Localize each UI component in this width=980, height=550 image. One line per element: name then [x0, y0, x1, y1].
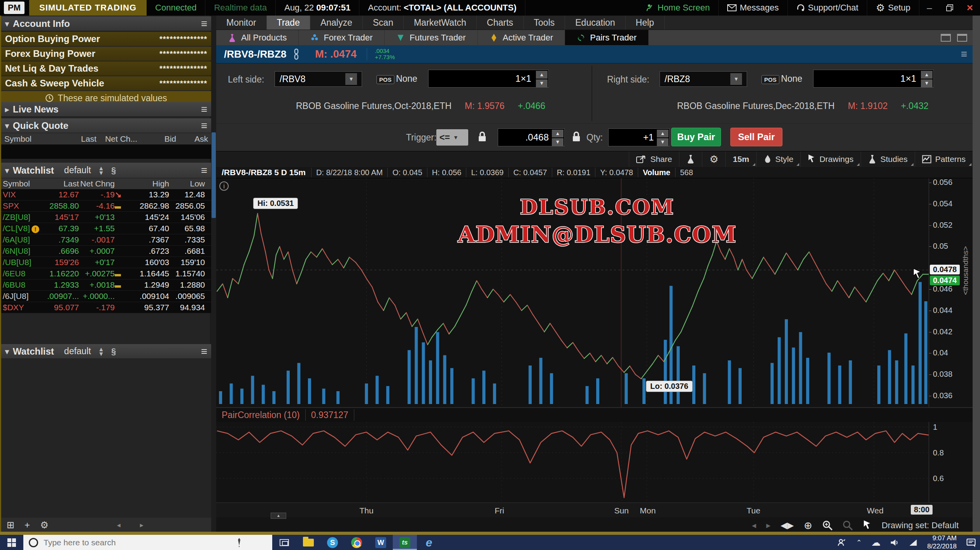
- time-axis[interactable]: 8:00 ThuFriSunMonTueWed: [216, 503, 973, 517]
- lock-icon[interactable]: [572, 131, 581, 144]
- expand-caret-icon[interactable]: ▸: [5, 105, 9, 114]
- panel-maximize-icon[interactable]: [957, 34, 967, 42]
- watchlist-row[interactable]: /6EU81.16220+.002751.164451.15740: [1, 268, 211, 279]
- patterns-button[interactable]: Patterns: [915, 151, 973, 167]
- quick-quote-header[interactable]: ▾ Quick Quote ≡: [1, 118, 211, 133]
- lock-icon[interactable]: [478, 131, 487, 144]
- pen-icon[interactable]: [236, 538, 243, 547]
- trigger-value-input[interactable]: .0468 ▲▼: [498, 128, 565, 146]
- sidebar-scrollbar[interactable]: [211, 16, 216, 533]
- panel-menu-icon[interactable]: ≡: [201, 120, 207, 131]
- quick-quote-column-1[interactable]: Last: [61, 134, 98, 144]
- drawing-set-dropdown[interactable]: Drawing set: Default: [882, 520, 959, 531]
- thinkorswim-taskbar-button[interactable]: ts: [393, 535, 417, 550]
- panel-menu-icon[interactable]: ≡: [201, 165, 207, 176]
- watchlist-column-High[interactable]: High: [130, 179, 169, 188]
- style-button[interactable]: Style: [756, 151, 801, 167]
- collapse-caret-icon[interactable]: ▾: [5, 347, 9, 356]
- watchlist-row[interactable]: /6J[U8].00907...+.0000....009104.009065: [1, 291, 211, 302]
- watchlist-header[interactable]: ▾ Watchlist default ▴▾ § ≡: [1, 163, 211, 178]
- pan-left-icon[interactable]: ◂: [752, 520, 756, 531]
- sidebar-scrollbar-thumb[interactable]: [212, 132, 216, 218]
- expand-horizontal-icon[interactable]: ◀▶: [780, 520, 794, 531]
- tray-expand-icon[interactable]: ⌃: [856, 538, 862, 547]
- watchlist-row[interactable]: /UB[U8]159'26+0'17160'03159'10: [1, 257, 211, 268]
- gear-icon[interactable]: ⚙: [40, 520, 49, 531]
- account-info-header[interactable]: ▾ Account Info ≡: [1, 16, 211, 31]
- right-symbol-select[interactable]: /RBZ8 ▾: [660, 71, 747, 87]
- correlation-study-label[interactable]: PairCorrelation (10): [216, 409, 306, 421]
- quick-quote-empty-row[interactable]: [1, 145, 211, 159]
- qty-input[interactable]: +1 ▲▼: [608, 128, 670, 146]
- zoom-in-icon[interactable]: [822, 520, 833, 531]
- collapse-caret-icon[interactable]: ▾: [5, 121, 9, 130]
- spinner-down-icon[interactable]: ▼: [552, 138, 564, 146]
- spinner-up-icon[interactable]: ▲: [657, 130, 668, 137]
- word-button[interactable]: W: [369, 535, 393, 550]
- spinner-down-icon[interactable]: ▼: [536, 79, 548, 87]
- data-status[interactable]: Realtime data: [205, 0, 276, 16]
- people-icon[interactable]: [837, 538, 847, 547]
- layout-grid-icon[interactable]: [941, 34, 951, 42]
- right-ratio-input[interactable]: 1×1 ▲▼: [813, 70, 934, 88]
- left-symbol-select[interactable]: /RBV8 ▾: [275, 71, 362, 87]
- taskbar-search[interactable]: [23, 535, 272, 550]
- watchlist-row[interactable]: /6N[U8].6696+.0007.6723.6681: [1, 246, 211, 257]
- spinner-up-icon[interactable]: ▲: [536, 71, 548, 79]
- start-button[interactable]: [0, 535, 23, 550]
- subtab-pairs-trader[interactable]: Pairs Trader: [565, 30, 649, 45]
- quick-quote-column-4[interactable]: Ask: [178, 134, 210, 144]
- subtab-active-trader[interactable]: Active Trader: [478, 30, 565, 45]
- menu-item-help[interactable]: Help: [626, 16, 665, 30]
- menu-item-scan[interactable]: Scan: [363, 16, 404, 30]
- watchlist-column-Net Chng[interactable]: Net Chng: [79, 179, 115, 188]
- watchlist-row[interactable]: /CL[V8]!67.39+1.5567.4065.98: [1, 223, 211, 234]
- chrome-button[interactable]: [345, 535, 369, 550]
- watchlist-row[interactable]: /6BU81.2933+.00181.29491.2880: [1, 279, 211, 291]
- live-news-header[interactable]: ▸ Live News ≡: [1, 102, 211, 117]
- link-chart-icon[interactable]: §: [111, 166, 116, 175]
- price-axis[interactable]: 0.0478 0.0474 0.0560.0540.0520.050.0460.…: [929, 178, 960, 407]
- watchlist2-header[interactable]: ▾ Watchlist default ▴▾ § ≡: [1, 344, 211, 359]
- zoom-out-icon[interactable]: [843, 520, 853, 531]
- spinner-down-icon[interactable]: ▼: [657, 138, 668, 146]
- search-input[interactable]: [44, 538, 230, 547]
- watchlist-row[interactable]: $DXY95.077-.17995.37794.934: [1, 302, 211, 313]
- file-explorer-button[interactable]: [296, 535, 320, 550]
- studies-button[interactable]: Studies: [861, 151, 915, 167]
- panel-menu-icon[interactable]: ≡: [201, 104, 207, 115]
- sell-pair-button[interactable]: Sell Pair: [730, 128, 782, 146]
- menu-item-education[interactable]: Education: [565, 16, 625, 30]
- quick-quote-column-0[interactable]: Symbol: [3, 134, 61, 144]
- qty-spinner[interactable]: ▲▼: [657, 130, 668, 146]
- quick-quote-column-3[interactable]: Bid: [139, 134, 178, 144]
- scroll-left-icon[interactable]: ◂: [117, 521, 121, 529]
- subtab-forex-trader[interactable]: Forex Trader: [299, 30, 385, 45]
- cursor-icon[interactable]: [863, 520, 872, 531]
- watchlist2-preset-dropdown[interactable]: default: [64, 346, 91, 357]
- info-icon[interactable]: i: [219, 181, 229, 191]
- internet-explorer-button[interactable]: e: [417, 535, 441, 550]
- left-ratio-input[interactable]: 1×1 ▲▼: [428, 70, 549, 88]
- messages-button[interactable]: Messages: [719, 0, 788, 16]
- chart-settings-button[interactable]: ⚙: [702, 151, 725, 167]
- menu-item-marketwatch[interactable]: MarketWatch: [404, 16, 477, 30]
- menu-item-tools[interactable]: Tools: [524, 16, 565, 30]
- collapse-caret-icon[interactable]: ▾: [5, 166, 9, 175]
- subtab-all-products[interactable]: All Products: [216, 30, 299, 45]
- minimize-button[interactable]: –: [919, 0, 940, 16]
- watchlist-row[interactable]: VIX12.67-.19↘13.2912.48: [1, 189, 211, 200]
- account-selector[interactable]: Account: <TOTAL> (ALL ACCOUNTS): [359, 0, 525, 16]
- scroll-right-icon[interactable]: ▸: [140, 521, 144, 529]
- skype-button[interactable]: S: [320, 535, 345, 550]
- collapse-caret-icon[interactable]: ▾: [5, 19, 9, 28]
- quick-study-button[interactable]: [679, 151, 702, 167]
- crosshair-icon[interactable]: ⊕: [804, 520, 812, 532]
- buy-pair-button[interactable]: Buy Pair: [671, 128, 721, 146]
- panel-menu-icon[interactable]: ≡: [201, 346, 207, 357]
- network-icon[interactable]: [908, 538, 918, 547]
- tray-clock[interactable]: 9:07 AM 8/22/2018: [927, 534, 957, 550]
- add-gadget-icon[interactable]: +: [24, 520, 30, 531]
- watchlist-preset-dropdown[interactable]: default: [64, 165, 91, 176]
- correlation-axis[interactable]: 10.80.6: [929, 422, 960, 503]
